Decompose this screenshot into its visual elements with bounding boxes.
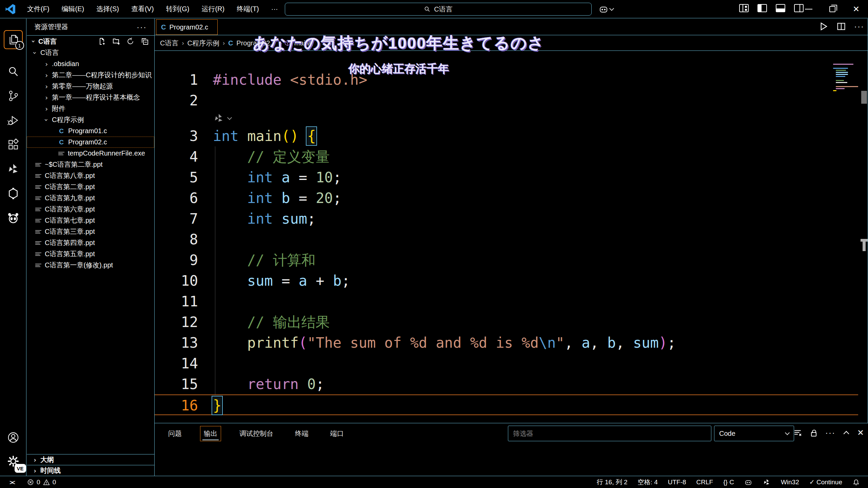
settings-gear-icon[interactable]: VE bbox=[4, 452, 23, 471]
run-debug-icon[interactable] bbox=[4, 111, 23, 130]
robot-assistant-icon[interactable] bbox=[4, 208, 23, 227]
tree-item-C-.ppt[interactable]: C语言第二章.ppt bbox=[27, 181, 154, 192]
code-line-14[interactable]: 14 bbox=[155, 353, 868, 374]
status-item[interactable]: CRLF bbox=[696, 479, 713, 486]
tree-item--C-.ppt[interactable]: ~$C语言第二章.ppt bbox=[27, 159, 154, 170]
tree-item-C-.ppt[interactable]: C语言第五章.ppt bbox=[27, 248, 154, 260]
tree-item--[interactable]: ›第零章——万物起源 bbox=[27, 81, 154, 92]
tree-item--C-[interactable]: ›第二章——C程序设计的初步知识 bbox=[27, 69, 154, 81]
code-line-13[interactable]: 13printf("The sum of %d and %d is %d\n",… bbox=[155, 332, 868, 353]
panel-tab-终端[interactable]: 终端 bbox=[292, 426, 312, 441]
code-line-12[interactable]: 12// 输出结果 bbox=[155, 312, 868, 332]
tree-item-C-.ppt[interactable]: C语言第六章.ppt bbox=[27, 204, 154, 215]
hexagon-extension-icon[interactable] bbox=[4, 184, 23, 203]
panel-tab-端口[interactable]: 端口 bbox=[327, 426, 347, 441]
tree-item-Program02.c[interactable]: CProgram02.c bbox=[27, 137, 154, 148]
menu-item[interactable]: ··· bbox=[265, 3, 284, 15]
tree-item-C-.ppt[interactable]: C语言第九章.ppt bbox=[27, 192, 154, 204]
code-line-7[interactable]: 7int sum; bbox=[155, 208, 868, 229]
menu-item[interactable]: 转到(G) bbox=[160, 2, 196, 16]
tree-item-C-.ppt[interactable]: C语言第七章.ppt bbox=[27, 215, 154, 226]
breadcrumb[interactable]: C语言 › C程序示例 › C Program02.c › main() bbox=[155, 36, 868, 51]
timeline-section[interactable]: › 时间线 bbox=[27, 465, 154, 476]
minimize-button[interactable] bbox=[797, 0, 821, 18]
tree-item-C-.ppt[interactable]: C语言第四章.ppt bbox=[27, 237, 154, 248]
bell-icon[interactable] bbox=[852, 479, 860, 486]
menu-item[interactable]: 终端(T) bbox=[231, 2, 265, 16]
status-item[interactable]: Win32 bbox=[781, 479, 799, 486]
status-item[interactable]: 空格: 4 bbox=[638, 478, 658, 487]
source-control-icon[interactable] bbox=[4, 86, 23, 105]
breadcrumb-folder[interactable]: C语言 bbox=[160, 39, 178, 48]
output-filter-input[interactable]: 筛选器 bbox=[508, 426, 711, 441]
code-editor[interactable]: 1#include <stdio.h>23int main() {4// 定义变… bbox=[155, 51, 868, 423]
extensions-icon[interactable] bbox=[4, 135, 23, 154]
copilot-icon[interactable] bbox=[744, 478, 752, 486]
menu-item[interactable]: 编辑(E) bbox=[56, 2, 91, 16]
status-item[interactable]: UTF-8 bbox=[668, 479, 686, 486]
problems-status[interactable]: 0 0 bbox=[27, 479, 56, 486]
code-line-11[interactable]: 11 bbox=[155, 291, 868, 312]
ai-pinwheel-icon[interactable] bbox=[4, 160, 23, 179]
code-line-9[interactable]: 9// 计算和 bbox=[155, 250, 868, 270]
pinwheel-icon[interactable] bbox=[763, 478, 771, 486]
code-line-4[interactable]: 4// 定义变量 bbox=[155, 146, 868, 167]
search-view-icon[interactable] bbox=[4, 62, 23, 81]
panel-tab-调试控制台[interactable]: 调试控制台 bbox=[236, 426, 277, 441]
tree-item-C-.ppt[interactable]: C语言第八章.ppt bbox=[27, 170, 154, 181]
status-item[interactable]: {} C bbox=[723, 479, 734, 486]
breadcrumb-file[interactable]: Program02.c bbox=[236, 39, 275, 47]
customize-layout-button[interactable] bbox=[739, 4, 749, 12]
code-line-3[interactable]: 3int main() { bbox=[155, 126, 868, 146]
code-line-8[interactable]: 8 bbox=[155, 229, 868, 250]
status-item[interactable]: 行 16, 列 2 bbox=[597, 478, 628, 487]
run-button[interactable] bbox=[818, 21, 828, 32]
status-item[interactable]: ✓ Continue bbox=[809, 478, 842, 486]
breadcrumb-subfolder[interactable]: C程序示例 bbox=[187, 39, 219, 48]
workspace-section-header[interactable]: › C语言 bbox=[27, 35, 154, 47]
copilot-menu[interactable] bbox=[598, 4, 613, 14]
close-button[interactable]: ✕ bbox=[844, 0, 868, 18]
toggle-panel-button[interactable] bbox=[776, 4, 785, 12]
new-folder-icon[interactable] bbox=[112, 37, 120, 45]
close-panel-icon[interactable]: ✕ bbox=[857, 428, 864, 438]
tree-item-C-[interactable]: ›C程序示例 bbox=[27, 114, 154, 125]
panel-tab-问题[interactable]: 问题 bbox=[165, 426, 185, 441]
breadcrumb-symbol[interactable]: main() bbox=[294, 39, 314, 47]
outline-section[interactable]: › 大纲 bbox=[27, 454, 154, 465]
panel-more-actions-icon[interactable]: ··· bbox=[825, 428, 835, 438]
code-line-1[interactable]: 1#include <stdio.h> bbox=[155, 69, 868, 90]
tree-item--[interactable]: ›附件 bbox=[27, 103, 154, 114]
menu-item[interactable]: 运行(R) bbox=[195, 2, 231, 16]
refresh-icon[interactable] bbox=[126, 37, 135, 45]
remote-indicator[interactable]: >< bbox=[9, 478, 16, 486]
lock-scroll-icon[interactable] bbox=[811, 432, 816, 436]
command-center-search[interactable]: C语言 bbox=[285, 3, 592, 16]
tab-program02[interactable]: C Program02.c bbox=[156, 19, 218, 35]
split-editor-icon[interactable] bbox=[836, 22, 846, 31]
inline-ai-widget[interactable] bbox=[213, 111, 231, 126]
new-file-icon[interactable] bbox=[98, 37, 106, 45]
menu-item[interactable]: 查看(V) bbox=[125, 2, 160, 16]
code-line-5[interactable]: 5int a = 10; bbox=[155, 167, 868, 188]
code-line-2[interactable]: 2 bbox=[155, 90, 868, 111]
menu-item[interactable]: 文件(F) bbox=[21, 2, 56, 16]
tree-item-Program01.c[interactable]: CProgram01.c bbox=[27, 125, 154, 137]
tree-item-C-[interactable]: ›C语言 bbox=[27, 47, 154, 58]
explorer-more-actions-icon[interactable]: ··· bbox=[137, 22, 147, 32]
code-line-16[interactable]: 16} bbox=[155, 394, 858, 415]
code-line-6[interactable]: 6int b = 20; bbox=[155, 188, 868, 208]
collapse-all-icon[interactable] bbox=[141, 37, 149, 45]
accounts-icon[interactable] bbox=[4, 428, 23, 447]
maximize-panel-icon[interactable] bbox=[843, 431, 849, 437]
explorer-icon[interactable]: 1 bbox=[4, 30, 23, 49]
tree-item-C-.ppt[interactable]: C语言第一章(修改).ppt bbox=[27, 260, 154, 271]
editor-more-actions-icon[interactable]: ··· bbox=[854, 22, 864, 31]
restore-button[interactable] bbox=[821, 0, 844, 18]
code-line-15[interactable]: 15return 0; bbox=[155, 374, 868, 394]
tree-item-.obsidian[interactable]: ›.obsidian bbox=[27, 58, 154, 69]
panel-tab-输出[interactable]: 输出 bbox=[200, 426, 221, 441]
tree-item-C-.ppt[interactable]: C语言第三章.ppt bbox=[27, 226, 154, 237]
clear-output-icon[interactable] bbox=[793, 428, 802, 437]
menu-item[interactable]: 选择(S) bbox=[90, 2, 125, 16]
